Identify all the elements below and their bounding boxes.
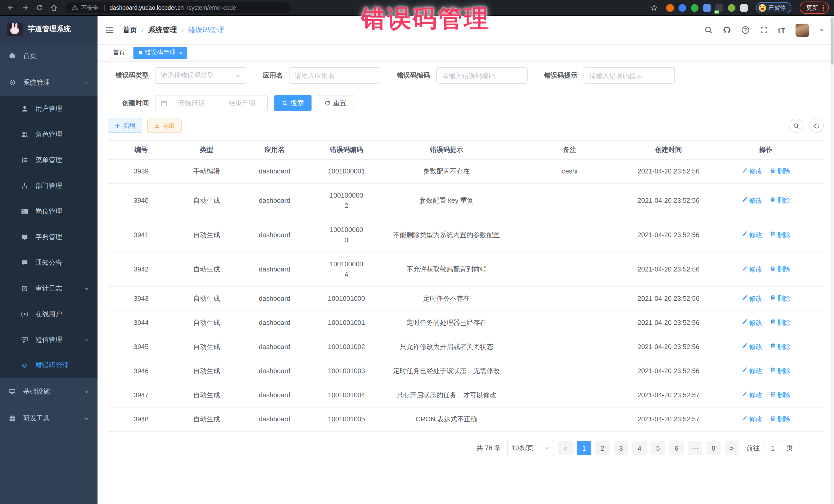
- refresh-table-button[interactable]: [809, 118, 824, 133]
- chevron-down-icon[interactable]: [819, 27, 825, 33]
- delete-link[interactable]: 删除: [770, 196, 791, 206]
- page-button-6[interactable]: 6: [669, 441, 684, 455]
- delete-link[interactable]: 删除: [770, 264, 791, 275]
- avatar[interactable]: [795, 23, 809, 37]
- bookmark-star-icon[interactable]: [650, 4, 658, 12]
- sidebar-item-menu[interactable]: 菜单管理: [0, 147, 97, 173]
- delete-link[interactable]: 删除: [770, 166, 791, 177]
- breadcrumb-item[interactable]: 首页: [123, 25, 137, 35]
- edit-link[interactable]: 修改: [741, 318, 762, 328]
- edit-link[interactable]: 修改: [741, 264, 762, 275]
- edit-link[interactable]: 修改: [741, 390, 762, 400]
- show-search-toggle-button[interactable]: [789, 118, 803, 133]
- search-button[interactable]: 搜索: [274, 95, 311, 111]
- page-button-8[interactable]: 8: [706, 441, 721, 455]
- extension-orange-ring-icon[interactable]: [666, 4, 674, 12]
- edit-link[interactable]: 修改: [741, 196, 762, 206]
- address-bar[interactable]: 不安全 dashboard.yudao.iocoder.cn/system/er…: [66, 2, 290, 13]
- tab-首页[interactable]: 首页: [108, 46, 130, 59]
- sidebar-item-audit-log[interactable]: 审计日志: [0, 276, 97, 301]
- error-code-input[interactable]: [442, 72, 522, 79]
- browser-menu-kebab-icon[interactable]: [822, 3, 825, 12]
- sidebar-item-role[interactable]: 角色管理: [0, 122, 97, 147]
- next-page-button[interactable]: >: [725, 441, 739, 455]
- sidebar-item-online-user[interactable]: 在线用户: [0, 301, 97, 327]
- edit-link[interactable]: 修改: [741, 414, 762, 424]
- cell-id: 3943: [108, 287, 175, 311]
- font-size-icon[interactable]: tT: [778, 26, 786, 34]
- extension-blue-grid-icon[interactable]: [703, 4, 711, 12]
- browser-forward-icon[interactable]: [20, 2, 31, 13]
- pagination: 共 76 条 10条/页 < 123456···8 > 前往 页: [108, 432, 824, 455]
- sidebar-item-home[interactable]: 首页: [0, 43, 97, 69]
- page-button-1[interactable]: 1: [577, 441, 591, 455]
- delete-link[interactable]: 删除: [770, 366, 791, 376]
- extension-green-check-icon[interactable]: [691, 4, 699, 12]
- sidebar-item-notice[interactable]: 通知公告: [0, 250, 97, 276]
- extension-list-on-icon[interactable]: on: [716, 4, 723, 12]
- edit-link[interactable]: 修改: [741, 366, 762, 376]
- help-icon[interactable]: [741, 26, 750, 35]
- cell-create-time: 2021-04-20 23:52:56: [629, 335, 708, 359]
- error-msg-label: 错误码提示: [544, 71, 584, 80]
- github-icon[interactable]: [723, 26, 731, 35]
- edit-link[interactable]: 修改: [741, 166, 762, 177]
- page-button-2[interactable]: 2: [595, 441, 610, 455]
- page-button-4[interactable]: 4: [632, 441, 647, 455]
- browser-update-button[interactable]: 更新: [799, 2, 829, 14]
- delete-link[interactable]: 删除: [770, 414, 791, 424]
- cell-type: 手动编辑: [175, 159, 239, 183]
- error-type-select[interactable]: 请选择错误码类型: [155, 67, 246, 84]
- page-button-5[interactable]: 5: [651, 441, 665, 455]
- browser-reload-icon[interactable]: [34, 2, 45, 13]
- date-range-picker[interactable]: 开始日期 - 结束日期: [155, 95, 268, 111]
- delete-link[interactable]: 删除: [770, 230, 791, 240]
- page-ellipsis-button[interactable]: ···: [688, 441, 702, 455]
- page-button-3[interactable]: 3: [614, 441, 628, 455]
- error-msg-input[interactable]: [589, 72, 669, 79]
- extension-green-spy-icon[interactable]: [728, 4, 736, 12]
- fullscreen-icon[interactable]: [760, 26, 768, 35]
- tab-错误码管理[interactable]: 错误码管理×: [133, 46, 188, 59]
- cell-actions: 修改删除: [708, 218, 824, 252]
- sidebar-item-infra[interactable]: 基础设施: [0, 378, 97, 405]
- app-name-input[interactable]: [294, 72, 375, 79]
- sidebar-item-label: 在线用户: [36, 309, 89, 319]
- sidebar-item-post[interactable]: 岗位管理: [0, 199, 97, 224]
- sidebar-item-dept[interactable]: 部门管理: [0, 173, 97, 199]
- edit-link[interactable]: 修改: [741, 230, 762, 240]
- hamburger-icon[interactable]: [105, 25, 114, 35]
- search-icon[interactable]: [704, 26, 713, 35]
- delete-link[interactable]: 删除: [770, 390, 791, 400]
- page-size-select[interactable]: 10条/页: [507, 441, 554, 455]
- chevron-down-icon: [84, 337, 89, 343]
- delete-link[interactable]: 删除: [770, 293, 791, 304]
- sidebar-item-label: 系统管理: [23, 78, 76, 87]
- edit-link[interactable]: 修改: [741, 342, 762, 352]
- breadcrumb-item[interactable]: 系统管理: [148, 25, 177, 35]
- delete-link[interactable]: 删除: [770, 342, 791, 352]
- edit-link[interactable]: 修改: [741, 293, 762, 304]
- extension-blue-gem-icon[interactable]: [679, 4, 686, 12]
- close-icon[interactable]: ×: [179, 49, 182, 56]
- sidebar-item-dev-tool[interactable]: 研发工具: [0, 405, 97, 432]
- reset-button[interactable]: 重置: [317, 95, 354, 111]
- delete-link[interactable]: 删除: [770, 318, 791, 328]
- sidebar-item-error-code[interactable]: 错误码管理: [0, 353, 97, 378]
- sidebar-item-dict[interactable]: 字典管理: [0, 224, 97, 250]
- browser-back-icon[interactable]: [5, 2, 17, 13]
- scrollbar-thumb[interactable]: [831, 18, 833, 65]
- export-button[interactable]: 导出: [147, 118, 182, 133]
- prev-page-button[interactable]: <: [558, 441, 573, 455]
- tags-view: 首页错误码管理×: [97, 45, 834, 61]
- browser-home-icon[interactable]: [48, 2, 60, 13]
- add-button[interactable]: 新增: [108, 118, 142, 133]
- sidebar-item-user[interactable]: 用户管理: [0, 96, 97, 122]
- sidebar-item-sms[interactable]: 短信管理: [0, 327, 97, 353]
- page-scrollbar[interactable]: [830, 16, 834, 504]
- sidebar-item-system[interactable]: 系统管理: [0, 69, 97, 96]
- paused-extension-badge[interactable]: 已暂停: [756, 2, 791, 13]
- cell-create-time: 2021-04-20 23:52:56: [629, 252, 708, 287]
- extension-puzzle-icon[interactable]: [740, 4, 748, 12]
- goto-page-input[interactable]: [763, 441, 783, 455]
